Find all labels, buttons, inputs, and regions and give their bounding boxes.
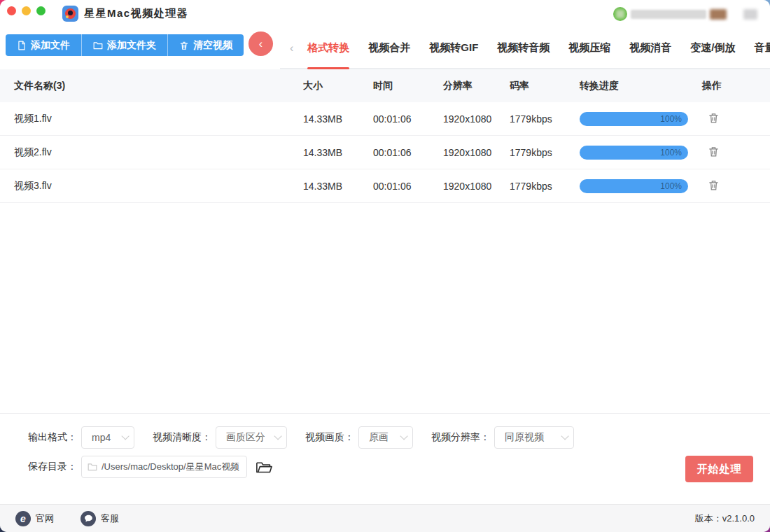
col-resolution: 分辨率 xyxy=(443,80,510,92)
browse-folder-button[interactable] xyxy=(256,461,272,474)
tab-video-compress[interactable]: 视频压缩 xyxy=(568,28,610,68)
settings-row-1: 输出格式： mp4 视频清晰度： 画质区分 视频画质： 原画 视频分辨率： 同原… xyxy=(28,426,770,449)
website-icon: e xyxy=(15,511,31,526)
support-label: 客服 xyxy=(101,512,119,525)
start-processing-button[interactable]: 开始处理 xyxy=(685,456,753,482)
file-name: 视频1.flv xyxy=(0,113,303,125)
tab-format-convert[interactable]: 格式转换 xyxy=(307,28,349,68)
titlebar: 星星Mac视频处理器 xyxy=(0,0,770,28)
chevron-down-icon xyxy=(121,432,129,440)
file-bitrate: 1779kbps xyxy=(510,181,580,192)
output-format-select[interactable]: mp4 xyxy=(81,426,134,449)
tab-video-mute[interactable]: 视频消音 xyxy=(629,28,671,68)
output-format-value: mp4 xyxy=(92,432,111,443)
progress-value: 100% xyxy=(660,181,682,191)
chat-bubble-icon xyxy=(80,511,96,526)
trash-icon xyxy=(708,111,720,125)
collapse-panel-button[interactable]: ‹ xyxy=(248,31,273,56)
file-resolution: 1920x1080 xyxy=(443,147,510,158)
clear-videos-button[interactable]: 清空视频 xyxy=(167,34,244,56)
add-file-button[interactable]: 添加文件 xyxy=(6,34,81,56)
zoom-window-icon[interactable] xyxy=(36,6,46,15)
progress-value: 100% xyxy=(660,114,682,124)
app-logo-icon xyxy=(62,6,78,22)
clarity-value: 画质区分 xyxy=(226,431,265,444)
chevron-down-icon xyxy=(561,432,568,440)
folder-icon xyxy=(88,463,97,471)
tab-volume-adjust[interactable]: 音量调整 xyxy=(755,28,770,68)
file-bitrate: 1779kbps xyxy=(510,147,580,158)
user-account-area[interactable] xyxy=(613,7,757,21)
col-bitrate: 码率 xyxy=(510,80,580,92)
col-actions: 操作 xyxy=(702,80,770,92)
tab-video-to-gif[interactable]: 视频转GIF xyxy=(429,28,478,68)
save-dir-input[interactable]: /Users/mac/Desktop/星星Mac视频 xyxy=(81,456,247,478)
user-avatar[interactable] xyxy=(613,7,627,21)
delete-row-button[interactable] xyxy=(708,111,720,125)
add-folder-button[interactable]: 添加文件夹 xyxy=(81,34,167,56)
add-folder-label: 添加文件夹 xyxy=(107,39,156,52)
file-name: 视频2.flv xyxy=(0,146,303,159)
tab-video-merge[interactable]: 视频合并 xyxy=(368,28,410,68)
user-name-redacted xyxy=(631,10,706,19)
col-progress: 转换进度 xyxy=(580,80,702,92)
col-size: 大小 xyxy=(303,80,373,92)
user-menu-redacted[interactable] xyxy=(743,9,757,20)
file-icon xyxy=(17,41,27,50)
file-list-empty-space xyxy=(0,203,770,413)
app-title: 星星Mac视频处理器 xyxy=(84,7,188,20)
tab-speed-reverse[interactable]: 变速/倒放 xyxy=(690,28,735,68)
file-duration: 00:01:06 xyxy=(373,147,443,158)
tabs-scroll-left-icon[interactable]: ‹ xyxy=(290,42,293,55)
tabs: 格式转换 视频合并 视频转GIF 视频转音频 视频压缩 视频消音 变速/倒放 音… xyxy=(307,28,770,68)
col-time: 时间 xyxy=(373,80,443,92)
output-format-label: 输出格式： xyxy=(28,431,77,444)
chevron-down-icon xyxy=(274,432,281,440)
video-resolution-select[interactable]: 同原视频 xyxy=(494,426,574,449)
user-badge-redacted xyxy=(710,9,727,20)
quality-label: 视频画质： xyxy=(305,431,354,444)
clarity-select[interactable]: 画质区分 xyxy=(216,426,287,449)
table-row: 视频3.flv 14.33MB 00:01:06 1920x1080 1779k… xyxy=(0,169,770,203)
trash-icon xyxy=(179,41,189,50)
toolbar-row: 添加文件 添加文件夹 清空视频 ‹ ‹ 格式转换 视频合并 视频转GIF 视频转… xyxy=(0,28,770,69)
customer-support-link[interactable]: 客服 xyxy=(80,511,119,526)
open-folder-icon xyxy=(256,461,272,474)
file-resolution: 1920x1080 xyxy=(443,113,510,125)
save-dir-value: /Users/mac/Desktop/星星Mac视频 xyxy=(102,461,239,473)
settings-row-2: 保存目录： /Users/mac/Desktop/星星Mac视频 xyxy=(28,456,770,478)
quality-select[interactable]: 原画 xyxy=(358,426,413,449)
delete-row-button[interactable] xyxy=(708,145,720,158)
trash-icon xyxy=(708,145,720,158)
file-size: 14.33MB xyxy=(303,147,373,158)
minimize-window-icon[interactable] xyxy=(22,6,31,15)
file-duration: 00:01:06 xyxy=(373,113,443,125)
delete-row-button[interactable] xyxy=(708,178,720,192)
close-window-icon[interactable] xyxy=(7,6,16,15)
video-resolution-label: 视频分辨率： xyxy=(431,431,490,444)
col-filename: 文件名称(3) xyxy=(0,80,303,92)
footer: e 官网 客服 版本：v2.1.0.0 xyxy=(0,504,770,532)
file-duration: 00:01:06 xyxy=(373,181,443,192)
clarity-label: 视频清晰度： xyxy=(153,431,211,444)
progress-bar: 100% xyxy=(580,112,688,126)
table-row: 视频2.flv 14.33MB 00:01:06 1920x1080 1779k… xyxy=(0,136,770,169)
chevron-left-icon: ‹ xyxy=(259,38,262,50)
save-dir-label: 保存目录： xyxy=(28,461,77,473)
progress-bar: 100% xyxy=(580,146,688,160)
website-label: 官网 xyxy=(36,512,54,525)
app-window: 星星Mac视频处理器 添加文件 添加文件夹 清空视频 ‹ xyxy=(0,0,770,532)
add-file-label: 添加文件 xyxy=(31,39,70,52)
official-website-link[interactable]: e 官网 xyxy=(15,511,54,526)
video-resolution-value: 同原视频 xyxy=(505,431,544,444)
file-bitrate: 1779kbps xyxy=(510,113,580,125)
file-actions-group: 添加文件 添加文件夹 清空视频 xyxy=(6,34,244,56)
trash-icon xyxy=(708,178,720,192)
file-size: 14.33MB xyxy=(303,181,373,192)
app-identity: 星星Mac视频处理器 xyxy=(62,6,188,22)
table-header: 文件名称(3) 大小 时间 分辨率 码率 转换进度 操作 xyxy=(0,69,770,102)
progress-value: 100% xyxy=(660,148,682,158)
table-row: 视频1.flv 14.33MB 00:01:06 1920x1080 1779k… xyxy=(0,102,770,136)
folder-icon xyxy=(93,41,103,50)
tab-video-to-audio[interactable]: 视频转音频 xyxy=(497,28,550,68)
